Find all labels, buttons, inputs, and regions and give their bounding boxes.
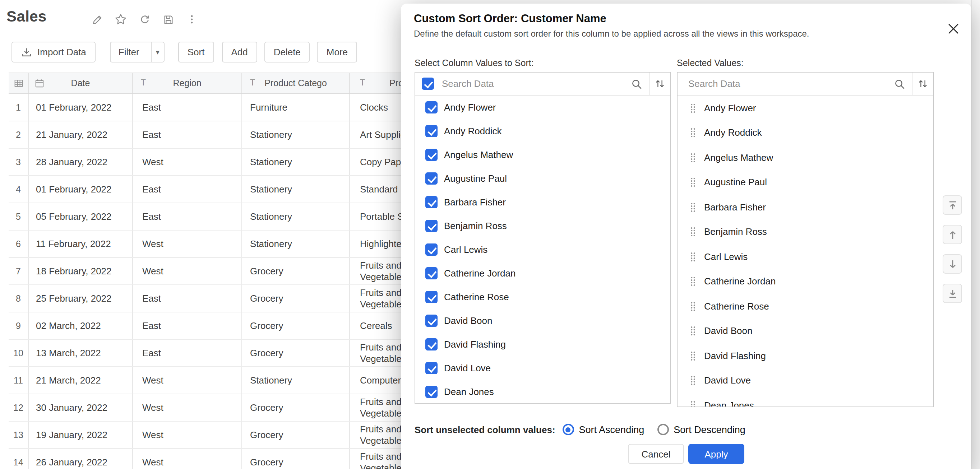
cell-product-category[interactable]: Stationery bbox=[242, 367, 350, 394]
sort-button[interactable]: Sort bbox=[178, 42, 214, 62]
table-row[interactable]: 13 19 January, 2022 West Grocery Fruits … bbox=[9, 421, 461, 449]
table-row[interactable]: 1 01 February, 2022 East Furniture Clock… bbox=[9, 94, 461, 121]
select-list-item[interactable]: David Flashing bbox=[415, 332, 670, 356]
selected-list-item[interactable]: Dean Jones bbox=[678, 393, 933, 407]
cell-region[interactable]: West bbox=[133, 421, 242, 448]
select-list-item[interactable]: Andy Roddick bbox=[415, 119, 670, 143]
sort-values-icon[interactable] bbox=[912, 73, 933, 95]
select-list-item[interactable]: David Love bbox=[415, 356, 670, 380]
page-scrollbar[interactable] bbox=[971, 0, 980, 469]
cell-product-category[interactable]: Stationery bbox=[242, 231, 350, 257]
cell-date[interactable]: 25 February, 2022 bbox=[29, 285, 133, 312]
refresh-icon[interactable] bbox=[138, 13, 151, 26]
item-checkbox[interactable] bbox=[425, 338, 438, 350]
header-date[interactable]: Date bbox=[29, 73, 133, 93]
delete-button[interactable]: Delete bbox=[264, 42, 310, 62]
add-button[interactable]: Add bbox=[222, 42, 257, 62]
cell-region[interactable]: West bbox=[133, 394, 242, 421]
drag-handle-icon[interactable] bbox=[689, 326, 697, 337]
drag-handle-icon[interactable] bbox=[689, 375, 697, 386]
select-list-item[interactable]: Andy Flower bbox=[415, 95, 670, 119]
search-icon[interactable] bbox=[631, 78, 642, 89]
search-icon[interactable] bbox=[894, 78, 905, 89]
drag-handle-icon[interactable] bbox=[689, 127, 697, 138]
select-list-item[interactable]: Benjamin Ross bbox=[415, 214, 670, 238]
cell-region[interactable]: East bbox=[133, 94, 242, 121]
move-up-button[interactable] bbox=[943, 225, 962, 244]
item-checkbox[interactable] bbox=[425, 362, 438, 374]
selected-list-item[interactable]: David Boon bbox=[678, 318, 933, 343]
table-row[interactable]: 11 21 March, 2022 West Stationery Comput… bbox=[9, 367, 461, 394]
favorite-star-icon[interactable] bbox=[114, 13, 127, 26]
apply-button[interactable]: Apply bbox=[688, 444, 745, 464]
item-checkbox[interactable] bbox=[425, 291, 438, 303]
cell-region[interactable]: East bbox=[133, 285, 242, 312]
table-row[interactable]: 9 02 March, 2022 East Grocery Cereals bbox=[9, 312, 461, 340]
cell-product-category[interactable]: Grocery bbox=[242, 421, 350, 448]
select-list-item[interactable]: Carl Lewis bbox=[415, 238, 670, 261]
drag-handle-icon[interactable] bbox=[689, 350, 697, 361]
table-row[interactable]: 12 30 January, 2022 West Grocery Fruits … bbox=[9, 394, 461, 421]
item-checkbox[interactable] bbox=[425, 172, 438, 184]
cell-product-category[interactable]: Stationery bbox=[242, 176, 350, 202]
table-row[interactable]: 6 11 February, 2022 West Stationery High… bbox=[9, 231, 461, 258]
cell-date[interactable]: 05 February, 2022 bbox=[29, 203, 133, 230]
drag-handle-icon[interactable] bbox=[689, 152, 697, 163]
item-checkbox[interactable] bbox=[425, 243, 438, 256]
move-down-button[interactable] bbox=[943, 254, 962, 273]
cell-date[interactable]: 18 February, 2022 bbox=[29, 258, 133, 285]
item-checkbox[interactable] bbox=[425, 196, 438, 208]
header-region[interactable]: T Region bbox=[133, 73, 242, 93]
kebab-menu-icon[interactable] bbox=[185, 13, 198, 26]
radio-sort-ascending[interactable] bbox=[563, 424, 574, 435]
selected-list-item[interactable]: Andy Flower bbox=[678, 95, 933, 120]
table-row[interactable]: 7 18 February, 2022 West Grocery Fruits … bbox=[9, 258, 461, 285]
drag-handle-icon[interactable] bbox=[689, 227, 697, 237]
close-icon[interactable] bbox=[946, 22, 961, 36]
table-row[interactable]: 4 01 February, 2022 East Stationery Stan… bbox=[9, 176, 461, 203]
cell-region[interactable]: West bbox=[133, 149, 242, 175]
selected-list-item[interactable]: Catherine Rose bbox=[678, 294, 933, 318]
cancel-button[interactable]: Cancel bbox=[628, 444, 684, 464]
cell-date[interactable]: 13 March, 2022 bbox=[29, 340, 133, 366]
drag-handle-icon[interactable] bbox=[689, 400, 697, 408]
item-checkbox[interactable] bbox=[425, 149, 438, 161]
selected-list-item[interactable]: David Flashing bbox=[678, 343, 933, 368]
cell-product-category[interactable]: Grocery bbox=[242, 340, 350, 366]
select-list-item[interactable]: Dean Jones bbox=[415, 380, 670, 404]
cell-product-category[interactable]: Stationery bbox=[242, 149, 350, 175]
header-row-selector[interactable] bbox=[9, 73, 29, 93]
cell-region[interactable]: West bbox=[133, 258, 242, 285]
select-all-checkbox[interactable] bbox=[422, 78, 434, 90]
chevron-down-icon[interactable]: ▾ bbox=[151, 42, 164, 62]
item-checkbox[interactable] bbox=[425, 315, 438, 327]
cell-region[interactable]: East bbox=[133, 176, 242, 202]
radio-sort-descending[interactable] bbox=[657, 424, 668, 435]
selected-list-item[interactable]: Carl Lewis bbox=[678, 244, 933, 269]
edit-icon[interactable] bbox=[91, 13, 103, 26]
item-checkbox[interactable] bbox=[425, 125, 438, 137]
search-input-left[interactable] bbox=[442, 78, 631, 89]
cell-product-category[interactable]: Grocery bbox=[242, 258, 350, 285]
cell-region[interactable]: East bbox=[133, 121, 242, 148]
cell-date[interactable]: 26 January, 2022 bbox=[29, 449, 133, 469]
table-row[interactable]: 10 13 March, 2022 East Grocery Fruits an… bbox=[9, 340, 461, 367]
cell-region[interactable]: East bbox=[133, 312, 242, 339]
cell-date[interactable]: 21 January, 2022 bbox=[29, 121, 133, 148]
drag-handle-icon[interactable] bbox=[689, 103, 697, 113]
table-row[interactable]: 5 05 February, 2022 East Stationery Port… bbox=[9, 203, 461, 231]
selected-list-item[interactable]: Barbara Fisher bbox=[678, 195, 933, 219]
table-row[interactable]: 14 26 January, 2022 West Grocery Fruits … bbox=[9, 449, 461, 469]
selected-list-item[interactable]: Catherine Jordan bbox=[678, 269, 933, 294]
cell-product-category[interactable]: Furniture bbox=[242, 94, 350, 121]
cell-date[interactable]: 11 February, 2022 bbox=[29, 231, 133, 257]
drag-handle-icon[interactable] bbox=[689, 301, 697, 312]
cell-product-category[interactable]: Grocery bbox=[242, 285, 350, 312]
selected-list-item[interactable]: Andy Roddick bbox=[678, 120, 933, 145]
table-row[interactable]: 8 25 February, 2022 East Grocery Fruits … bbox=[9, 285, 461, 312]
cell-product-category[interactable]: Grocery bbox=[242, 312, 350, 339]
selected-list-item[interactable]: Augustine Paul bbox=[678, 170, 933, 195]
cell-region[interactable]: East bbox=[133, 340, 242, 366]
selected-list-item[interactable]: Benjamin Ross bbox=[678, 219, 933, 244]
filter-button[interactable]: Filter ▾ bbox=[110, 42, 164, 62]
